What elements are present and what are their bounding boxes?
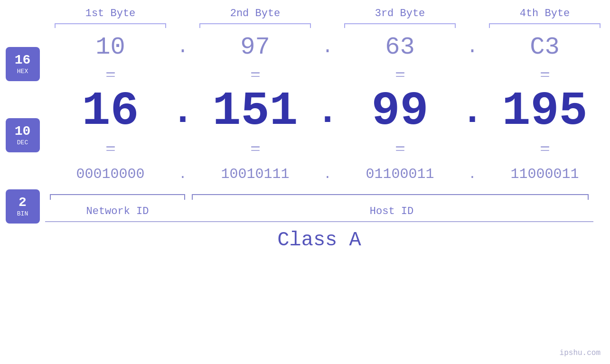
hex-dot1: . [176, 37, 190, 58]
right-column: 1st Byte 2nd Byte 3rd Byte 4th Byte [45, 0, 610, 252]
eq-row-1 [45, 66, 610, 83]
host-id-label: Host ID [190, 205, 593, 217]
hex-b2-value: 97 [240, 33, 270, 61]
dec-b4-value: 195 [502, 88, 587, 135]
dec-data-row: 16 . 151 . 99 . 195 [45, 83, 610, 140]
eq2-b4 [479, 146, 610, 151]
hex-data-row: 10 . 97 . 63 . C3 [45, 28, 610, 66]
hex-b4-value: C3 [530, 33, 559, 61]
bin-dot2: . [320, 167, 335, 182]
dec-b3-cell: 99 [335, 88, 465, 135]
dec-badge: 10 DEC [6, 118, 40, 152]
eq2-b1 [45, 146, 176, 151]
bin-data-row: 00010000 . 10010111 . 01100011 . [45, 157, 610, 191]
network-id-text: Network ID [86, 205, 149, 217]
hex-dot3-char: . [467, 37, 478, 58]
hex-dot2-char: . [322, 37, 333, 58]
eq1-b1 [45, 72, 176, 77]
bin-b4-value: 11000011 [510, 166, 579, 182]
bin-dot3-char: . [469, 167, 477, 182]
id-labels-row: Network ID Host ID [45, 205, 610, 217]
watermark: ipshu.com [560, 349, 601, 357]
bin-badge: 2 BIN [6, 189, 40, 224]
dec-badge-label: DEC [17, 139, 28, 146]
bin-dot2-char: . [324, 167, 332, 182]
dec-b1-cell: 16 [45, 88, 176, 135]
bin-b2-value: 10010111 [221, 166, 289, 182]
eq2-b2 [190, 146, 320, 151]
bin-badge-label: BIN [17, 210, 28, 217]
byte3-header: 3rd Byte [335, 8, 465, 19]
hex-badge-num: 16 [15, 53, 31, 68]
dec-b2-cell: 151 [190, 88, 320, 135]
main-container: 16 HEX 10 DEC 2 BIN 1st Byte 2nd Byte 3r… [0, 0, 610, 364]
host-id-bracket [190, 194, 593, 204]
hex-dot3: . [465, 37, 479, 58]
bin-b3-cell: 01100011 [335, 166, 465, 182]
eq1-b2 [190, 72, 320, 77]
hex-b1-value: 10 [95, 33, 125, 61]
eq-row-2 [45, 140, 610, 157]
badges-column: 16 HEX 10 DEC 2 BIN [0, 0, 45, 252]
class-label: Class A [277, 229, 361, 252]
class-bracket-line [45, 221, 593, 222]
dec-badge-num: 10 [15, 124, 31, 139]
class-label-row: Class A [45, 229, 593, 252]
hex-b4-cell: C3 [479, 33, 610, 61]
hex-b2-cell: 97 [190, 33, 320, 61]
ip-layout: 16 HEX 10 DEC 2 BIN 1st Byte 2nd Byte 3r… [0, 0, 610, 252]
dec-dot2: . [320, 90, 335, 133]
bin-dot3: . [465, 167, 479, 182]
header-brackets [45, 19, 610, 28]
hex-dot1-char: . [177, 37, 188, 58]
dec-dot1: . [176, 90, 190, 133]
bin-b2-cell: 10010111 [190, 166, 320, 182]
eq1-b3 [335, 72, 465, 77]
dec-dot3: . [465, 90, 479, 133]
bin-b1-value: 00010000 [76, 166, 144, 182]
byte1-header: 1st Byte [45, 8, 176, 19]
hex-badge-label: HEX [17, 68, 28, 75]
id-brackets-row [45, 194, 610, 204]
dec-b4-cell: 195 [479, 88, 610, 135]
network-id-label: Network ID [45, 205, 190, 217]
byte4-header: 4th Byte [479, 8, 610, 19]
hex-b3-cell: 63 [335, 33, 465, 61]
hex-b1-cell: 10 [45, 33, 176, 61]
bin-b1-cell: 00010000 [45, 166, 176, 182]
byte-headers-row: 1st Byte 2nd Byte 3rd Byte 4th Byte [45, 0, 610, 19]
bin-dot1: . [176, 167, 190, 182]
network-id-bracket [45, 194, 190, 204]
dec-b2-value: 151 [212, 88, 298, 135]
eq2-b3 [335, 146, 465, 151]
bin-dot1-char: . [179, 167, 187, 182]
bin-b4-cell: 11000011 [479, 166, 610, 182]
hex-b3-value: 63 [385, 33, 414, 61]
bin-b3-value: 01100011 [366, 166, 434, 182]
dec-b1-value: 16 [82, 88, 139, 135]
bin-badge-num: 2 [19, 196, 27, 210]
hex-badge: 16 HEX [6, 47, 40, 81]
byte2-header: 2nd Byte [190, 8, 320, 19]
eq1-b4 [479, 72, 610, 77]
hex-dot2: . [320, 37, 335, 58]
class-bracket-container [45, 221, 610, 222]
host-id-text: Host ID [370, 205, 413, 217]
dec-b3-value: 99 [371, 88, 428, 135]
